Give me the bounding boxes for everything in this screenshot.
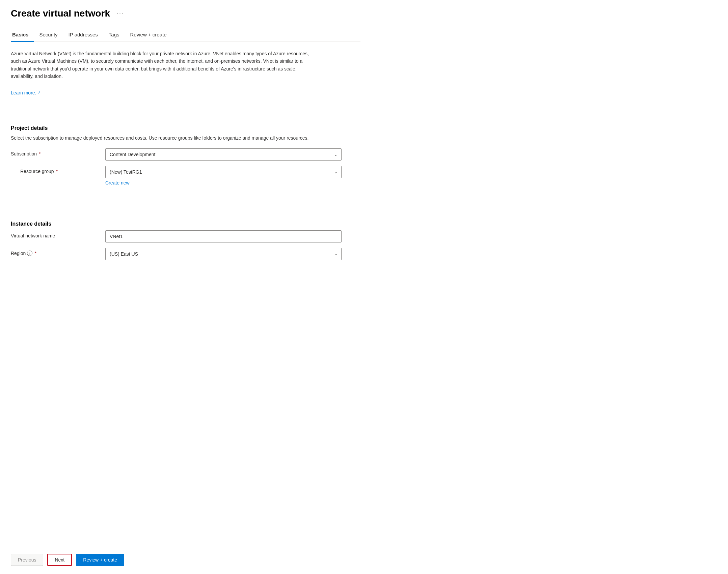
external-link-icon: ↗ bbox=[37, 90, 41, 96]
subscription-select-wrapper: Content Development ⌄ bbox=[105, 148, 342, 161]
region-label: Region i * bbox=[11, 248, 105, 256]
vnet-name-row: Virtual network name bbox=[11, 230, 360, 242]
subscription-select[interactable]: Content Development bbox=[105, 148, 342, 161]
region-control: (US) East US ⌄ bbox=[105, 248, 342, 260]
page-title: Create virtual network bbox=[11, 8, 110, 19]
instance-details-section: Instance details Virtual network name Re… bbox=[11, 218, 360, 265]
tab-navigation: Basics Security IP addresses Tags Review… bbox=[11, 28, 360, 42]
vnet-name-input[interactable] bbox=[105, 230, 342, 242]
region-required: * bbox=[34, 251, 36, 256]
learn-more-link[interactable]: Learn more. ↗ bbox=[11, 89, 41, 96]
resource-group-select[interactable]: (New) TestRG1 bbox=[105, 166, 342, 178]
region-info-icon[interactable]: i bbox=[27, 251, 32, 256]
description-section: Azure Virtual Network (VNet) is the fund… bbox=[11, 50, 315, 96]
subscription-row: Subscription * Content Development ⌄ bbox=[11, 148, 360, 161]
region-select[interactable]: (US) East US bbox=[105, 248, 342, 260]
subscription-control: Content Development ⌄ bbox=[105, 148, 342, 161]
instance-details-heading: Instance details bbox=[11, 221, 360, 227]
region-row: Region i * (US) East US ⌄ bbox=[11, 248, 360, 260]
region-select-wrapper: (US) East US ⌄ bbox=[105, 248, 342, 260]
ellipsis-menu-button[interactable]: ··· bbox=[114, 9, 127, 19]
next-button[interactable]: Next bbox=[47, 554, 72, 566]
subscription-required: * bbox=[39, 151, 41, 156]
create-new-link[interactable]: Create new bbox=[105, 180, 342, 185]
tab-tags[interactable]: Tags bbox=[103, 28, 125, 42]
previous-button[interactable]: Previous bbox=[11, 554, 43, 566]
subscription-label: Subscription * bbox=[11, 148, 105, 156]
footer: Previous Next Review + create bbox=[11, 547, 360, 566]
tab-ip-addresses[interactable]: IP addresses bbox=[63, 28, 103, 42]
project-details-heading: Project details bbox=[11, 125, 360, 131]
vnet-name-label: Virtual network name bbox=[11, 230, 105, 238]
tab-review-create[interactable]: Review + create bbox=[125, 28, 172, 42]
review-create-button[interactable]: Review + create bbox=[76, 554, 124, 566]
resource-group-required: * bbox=[56, 169, 58, 174]
resource-group-select-wrapper: (New) TestRG1 ⌄ bbox=[105, 166, 342, 178]
tab-basics[interactable]: Basics bbox=[11, 28, 34, 42]
resource-group-row: Resource group * (New) TestRG1 ⌄ Create … bbox=[11, 166, 360, 185]
project-details-description: Select the subscription to manage deploy… bbox=[11, 135, 315, 142]
divider-1 bbox=[11, 114, 360, 114]
tab-security[interactable]: Security bbox=[34, 28, 63, 42]
vnet-name-control bbox=[105, 230, 342, 242]
project-details-section: Project details Select the subscription … bbox=[11, 122, 360, 191]
divider-2 bbox=[11, 210, 360, 210]
resource-group-label: Resource group * bbox=[20, 166, 105, 174]
resource-group-control: (New) TestRG1 ⌄ Create new bbox=[105, 166, 342, 185]
description-text: Azure Virtual Network (VNet) is the fund… bbox=[11, 50, 315, 80]
